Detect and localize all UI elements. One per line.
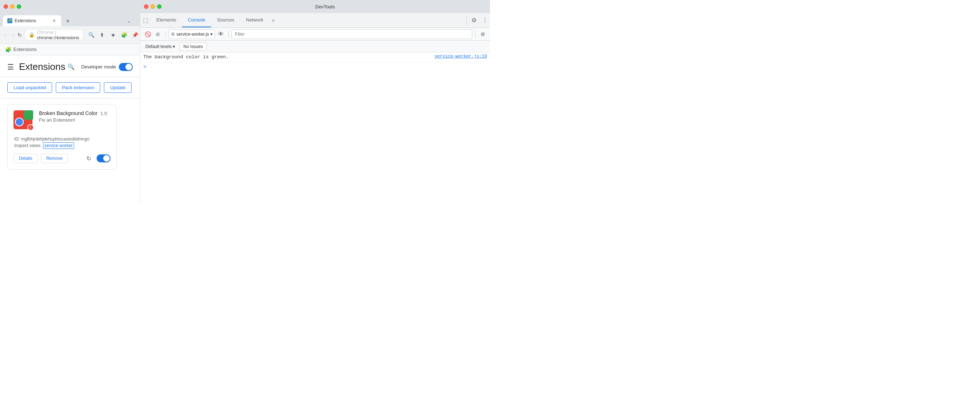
context-selector-label: service-worker.js — [177, 32, 209, 37]
developer-mode-section: 🔍 Developer mode — [66, 62, 133, 72]
console-settings-button[interactable]: ⚙ — [478, 30, 487, 39]
tab-search-button[interactable]: ⌄ — [124, 16, 134, 26]
extension-icon[interactable]: 🧩 — [119, 30, 129, 40]
extensions-tab[interactable]: 🧩 Extensions ✕ — [3, 15, 61, 26]
icon-blue-circle — [15, 117, 24, 126]
context-dropdown-icon: ▾ — [210, 32, 213, 37]
extension-card-bottom: Details Remove ↻ — [13, 153, 110, 163]
tab-elements[interactable]: Elements — [151, 13, 182, 27]
forward-button[interactable]: → — [10, 30, 15, 40]
inspect-views-label: Inspect views — [14, 143, 40, 148]
eye-button[interactable]: 👁 — [216, 30, 225, 39]
close-button[interactable] — [4, 4, 8, 9]
tab-bar: 🧩 Extensions ✕ + ⌄ — [0, 13, 140, 26]
minimize-button[interactable] — [10, 4, 14, 9]
update-button[interactable]: Update — [104, 82, 132, 93]
url-text: Chrome | chrome://extensions — [37, 30, 79, 40]
pack-extension-button[interactable]: Pack extension — [56, 82, 100, 93]
share-icon[interactable]: ⬆ — [97, 30, 107, 40]
clear-console-button[interactable]: 🚫 — [143, 30, 152, 39]
hamburger-menu[interactable]: ☰ — [7, 63, 14, 71]
inspect-views: Inspect views service worker — [13, 143, 110, 148]
devtools-title-bar: DevTools — [140, 0, 490, 13]
breadcrumb-icon: 🧩 — [5, 47, 11, 52]
breadcrumb-label: Extensions — [13, 47, 37, 52]
log-levels-label: Default levels — [145, 44, 172, 49]
developer-mode-toggle[interactable] — [119, 63, 133, 71]
console-output: The background color is green. service-w… — [140, 52, 490, 204]
omnibox-bar: ← → ↻ 🔒 Chrome | chrome://extensions 🔍 ⬆… — [0, 26, 140, 44]
devtools-settings-button[interactable]: ⚙ — [468, 13, 480, 27]
address-bar[interactable]: 🔒 Chrome | chrome://extensions — [24, 29, 84, 41]
extension-description: Fix an Extension! — [39, 117, 110, 123]
zoom-icon[interactable]: 🔍 — [86, 30, 96, 40]
extension-version: 1.0 — [100, 111, 107, 116]
more-tabs-button[interactable]: » — [269, 18, 277, 23]
devtools-tabs: ⬚ Elements Console Sources Network » ⚙ ⋮ — [140, 13, 490, 28]
extensions-header: ☰ Extensions 🔍 Developer mode — [0, 55, 140, 77]
extension-name: Broken Background Color — [39, 110, 97, 116]
log-levels-button[interactable]: Default levels ▾ — [143, 43, 177, 50]
bookmark-icon[interactable]: ★ — [108, 30, 118, 40]
no-issues-badge[interactable]: No Issues — [180, 43, 207, 51]
extensions-title: Extensions — [19, 61, 66, 73]
tab-close-button[interactable]: ✕ — [51, 18, 57, 24]
block-button[interactable]: ⊘ — [153, 30, 162, 39]
tab-sources[interactable]: Sources — [211, 13, 240, 27]
back-button[interactable]: ← — [3, 30, 8, 40]
console-toolbar: 🚫 ⊘ ⚙ service-worker.js ▾ 👁 ⚙ — [140, 28, 490, 41]
tab-network[interactable]: Network — [240, 13, 269, 27]
tab-label: Extensions — [14, 18, 36, 23]
action-buttons: Load unpacked Pack extension Update — [0, 77, 140, 98]
context-icon: ⚙ — [171, 32, 175, 37]
devtools-window: DevTools ⬚ Elements Console Sources Netw… — [140, 0, 490, 204]
tab-favicon: 🧩 — [7, 18, 13, 23]
log-levels-arrow: ▾ — [173, 44, 175, 49]
dt-maximize-button[interactable] — [157, 4, 162, 9]
console-log-text: The background color is green. — [143, 54, 429, 60]
extension-enabled-toggle[interactable] — [97, 154, 110, 162]
maximize-button[interactable] — [17, 4, 21, 9]
reload-button[interactable]: ↻ — [18, 30, 22, 40]
load-unpacked-button[interactable]: Load unpacked — [7, 82, 52, 93]
filter-input[interactable] — [232, 30, 472, 39]
inspect-element-icon[interactable]: ⬚ — [140, 13, 151, 27]
secure-icon: 🔒 — [29, 32, 35, 38]
breadcrumb: 🧩 Extensions — [0, 44, 140, 55]
console-log-source[interactable]: service-worker.js:19 — [434, 54, 487, 59]
pin-icon[interactable]: 📌 — [130, 30, 140, 40]
search-extensions-button[interactable]: 🔍 — [66, 62, 76, 72]
extension-icon-wrapper: ! — [13, 110, 34, 131]
service-worker-link[interactable]: service worker — [43, 143, 74, 149]
remove-button[interactable]: Remove — [41, 154, 68, 163]
dt-minimize-button[interactable] — [151, 4, 155, 9]
extension-error-badge: ! — [27, 124, 34, 131]
devtools-title: DevTools — [164, 4, 486, 10]
extension-info: Broken Background Color 1.0 Fix an Exten… — [39, 110, 110, 123]
prompt-arrow: > — [143, 64, 146, 70]
new-tab-button[interactable]: + — [63, 16, 73, 26]
console-toolbar-levels: Default levels ▾ No Issues — [140, 41, 490, 52]
extensions-content: ☰ Extensions 🔍 Developer mode Load unpac… — [0, 55, 140, 204]
developer-mode-label: Developer mode — [81, 64, 116, 70]
extension-cards-list: ! Broken Background Color 1.0 Fix an Ext… — [0, 98, 140, 176]
extension-card: ! Broken Background Color 1.0 Fix an Ext… — [7, 104, 117, 169]
url-scheme: Chrome | — [37, 30, 56, 35]
console-log-row: The background color is green. service-w… — [140, 52, 490, 62]
devtools-menu-button[interactable]: ⋮ — [480, 13, 490, 27]
extension-id: ID: mgfbhjnibhjdehcphiocaoiediidmngo — [13, 136, 110, 142]
details-button[interactable]: Details — [13, 154, 38, 163]
dt-close-button[interactable] — [144, 4, 148, 9]
extension-name-row: Broken Background Color 1.0 — [39, 110, 110, 116]
tab-console[interactable]: Console — [182, 13, 211, 27]
console-prompt-row: > — [140, 62, 490, 71]
context-selector[interactable]: ⚙ service-worker.js ▾ — [169, 30, 215, 39]
title-bar — [0, 0, 140, 13]
icon-green-block — [24, 110, 33, 120]
extension-reload-button[interactable]: ↻ — [83, 153, 94, 163]
extension-card-top: ! Broken Background Color 1.0 Fix an Ext… — [13, 110, 110, 131]
chrome-window: 🧩 Extensions ✕ + ⌄ ← → ↻ 🔒 Chrome | chro… — [0, 0, 140, 204]
